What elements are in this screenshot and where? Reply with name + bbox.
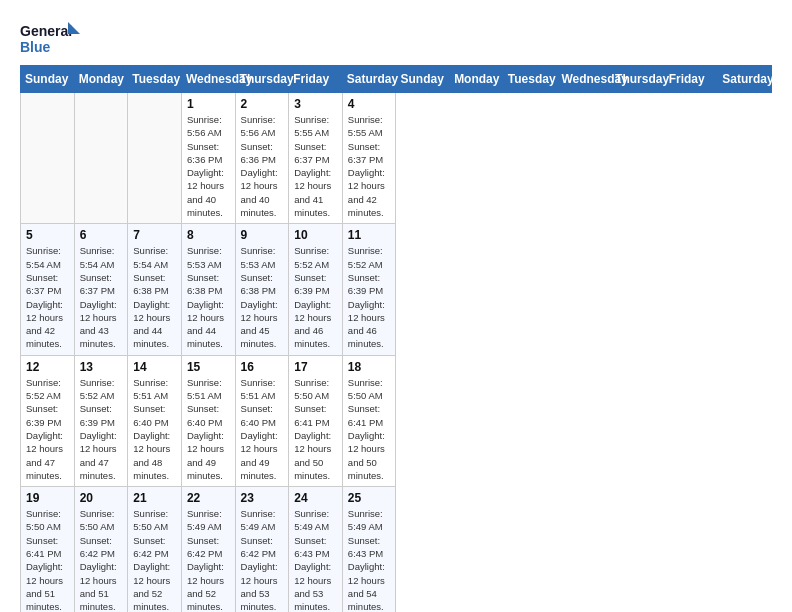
day-number: 7 (133, 228, 176, 242)
calendar-cell: 23Sunrise: 5:49 AM Sunset: 6:42 PM Dayli… (235, 487, 289, 612)
day-number: 9 (241, 228, 284, 242)
calendar-cell: 3Sunrise: 5:55 AM Sunset: 6:37 PM Daylig… (289, 93, 343, 224)
column-header-tuesday: Tuesday (128, 66, 182, 93)
calendar-cell (128, 93, 182, 224)
day-number: 16 (241, 360, 284, 374)
day-info: Sunrise: 5:53 AM Sunset: 6:38 PM Dayligh… (241, 244, 284, 350)
day-number: 18 (348, 360, 391, 374)
calendar-table: SundayMondayTuesdayWednesdayThursdayFrid… (20, 65, 772, 612)
day-info: Sunrise: 5:51 AM Sunset: 6:40 PM Dayligh… (133, 376, 176, 482)
day-info: Sunrise: 5:55 AM Sunset: 6:37 PM Dayligh… (348, 113, 391, 219)
day-number: 11 (348, 228, 391, 242)
day-number: 22 (187, 491, 230, 505)
column-header-friday: Friday (664, 66, 718, 93)
day-info: Sunrise: 5:49 AM Sunset: 6:43 PM Dayligh… (294, 507, 337, 612)
calendar-cell: 1Sunrise: 5:56 AM Sunset: 6:36 PM Daylig… (181, 93, 235, 224)
day-number: 8 (187, 228, 230, 242)
calendar-week-row: 19Sunrise: 5:50 AM Sunset: 6:41 PM Dayli… (21, 487, 772, 612)
day-info: Sunrise: 5:50 AM Sunset: 6:41 PM Dayligh… (26, 507, 69, 612)
column-header-thursday: Thursday (611, 66, 665, 93)
day-number: 19 (26, 491, 69, 505)
calendar-cell: 8Sunrise: 5:53 AM Sunset: 6:38 PM Daylig… (181, 224, 235, 355)
day-number: 21 (133, 491, 176, 505)
day-info: Sunrise: 5:52 AM Sunset: 6:39 PM Dayligh… (348, 244, 391, 350)
calendar-cell (74, 93, 128, 224)
calendar-cell: 14Sunrise: 5:51 AM Sunset: 6:40 PM Dayli… (128, 355, 182, 486)
day-number: 3 (294, 97, 337, 111)
svg-text:General: General (20, 23, 72, 39)
calendar-week-row: 1Sunrise: 5:56 AM Sunset: 6:36 PM Daylig… (21, 93, 772, 224)
day-info: Sunrise: 5:51 AM Sunset: 6:40 PM Dayligh… (187, 376, 230, 482)
calendar-cell: 16Sunrise: 5:51 AM Sunset: 6:40 PM Dayli… (235, 355, 289, 486)
calendar-cell: 5Sunrise: 5:54 AM Sunset: 6:37 PM Daylig… (21, 224, 75, 355)
calendar-cell: 18Sunrise: 5:50 AM Sunset: 6:41 PM Dayli… (342, 355, 396, 486)
day-info: Sunrise: 5:52 AM Sunset: 6:39 PM Dayligh… (80, 376, 123, 482)
calendar-cell: 21Sunrise: 5:50 AM Sunset: 6:42 PM Dayli… (128, 487, 182, 612)
day-number: 23 (241, 491, 284, 505)
calendar-cell: 7Sunrise: 5:54 AM Sunset: 6:38 PM Daylig… (128, 224, 182, 355)
calendar-cell: 15Sunrise: 5:51 AM Sunset: 6:40 PM Dayli… (181, 355, 235, 486)
day-number: 15 (187, 360, 230, 374)
svg-text:Blue: Blue (20, 39, 51, 55)
day-number: 20 (80, 491, 123, 505)
day-number: 24 (294, 491, 337, 505)
calendar-cell: 11Sunrise: 5:52 AM Sunset: 6:39 PM Dayli… (342, 224, 396, 355)
day-info: Sunrise: 5:50 AM Sunset: 6:41 PM Dayligh… (348, 376, 391, 482)
day-info: Sunrise: 5:54 AM Sunset: 6:38 PM Dayligh… (133, 244, 176, 350)
day-number: 2 (241, 97, 284, 111)
calendar-cell: 4Sunrise: 5:55 AM Sunset: 6:37 PM Daylig… (342, 93, 396, 224)
day-number: 17 (294, 360, 337, 374)
day-info: Sunrise: 5:50 AM Sunset: 6:42 PM Dayligh… (80, 507, 123, 612)
day-number: 10 (294, 228, 337, 242)
day-info: Sunrise: 5:51 AM Sunset: 6:40 PM Dayligh… (241, 376, 284, 482)
day-number: 12 (26, 360, 69, 374)
page-header: GeneralBlue (20, 20, 772, 60)
column-header-tuesday: Tuesday (503, 66, 557, 93)
day-info: Sunrise: 5:56 AM Sunset: 6:36 PM Dayligh… (187, 113, 230, 219)
column-header-sunday: Sunday (396, 66, 450, 93)
day-info: Sunrise: 5:52 AM Sunset: 6:39 PM Dayligh… (26, 376, 69, 482)
logo-svg: GeneralBlue (20, 20, 80, 60)
calendar-cell: 12Sunrise: 5:52 AM Sunset: 6:39 PM Dayli… (21, 355, 75, 486)
day-info: Sunrise: 5:55 AM Sunset: 6:37 PM Dayligh… (294, 113, 337, 219)
calendar-cell: 19Sunrise: 5:50 AM Sunset: 6:41 PM Dayli… (21, 487, 75, 612)
day-number: 25 (348, 491, 391, 505)
day-number: 1 (187, 97, 230, 111)
logo: GeneralBlue (20, 20, 80, 60)
calendar-cell: 6Sunrise: 5:54 AM Sunset: 6:37 PM Daylig… (74, 224, 128, 355)
day-info: Sunrise: 5:56 AM Sunset: 6:36 PM Dayligh… (241, 113, 284, 219)
column-header-wednesday: Wednesday (557, 66, 611, 93)
calendar-cell: 9Sunrise: 5:53 AM Sunset: 6:38 PM Daylig… (235, 224, 289, 355)
calendar-cell: 2Sunrise: 5:56 AM Sunset: 6:36 PM Daylig… (235, 93, 289, 224)
column-header-wednesday: Wednesday (181, 66, 235, 93)
column-header-saturday: Saturday (718, 66, 772, 93)
calendar-cell: 10Sunrise: 5:52 AM Sunset: 6:39 PM Dayli… (289, 224, 343, 355)
day-info: Sunrise: 5:50 AM Sunset: 6:41 PM Dayligh… (294, 376, 337, 482)
day-info: Sunrise: 5:53 AM Sunset: 6:38 PM Dayligh… (187, 244, 230, 350)
calendar-cell: 13Sunrise: 5:52 AM Sunset: 6:39 PM Dayli… (74, 355, 128, 486)
column-header-friday: Friday (289, 66, 343, 93)
day-number: 14 (133, 360, 176, 374)
day-number: 13 (80, 360, 123, 374)
day-info: Sunrise: 5:54 AM Sunset: 6:37 PM Dayligh… (80, 244, 123, 350)
calendar-week-row: 12Sunrise: 5:52 AM Sunset: 6:39 PM Dayli… (21, 355, 772, 486)
calendar-cell (21, 93, 75, 224)
day-info: Sunrise: 5:49 AM Sunset: 6:42 PM Dayligh… (241, 507, 284, 612)
calendar-cell: 20Sunrise: 5:50 AM Sunset: 6:42 PM Dayli… (74, 487, 128, 612)
column-header-sunday: Sunday (21, 66, 75, 93)
day-info: Sunrise: 5:52 AM Sunset: 6:39 PM Dayligh… (294, 244, 337, 350)
calendar-cell: 24Sunrise: 5:49 AM Sunset: 6:43 PM Dayli… (289, 487, 343, 612)
calendar-cell: 22Sunrise: 5:49 AM Sunset: 6:42 PM Dayli… (181, 487, 235, 612)
calendar-cell: 25Sunrise: 5:49 AM Sunset: 6:43 PM Dayli… (342, 487, 396, 612)
day-info: Sunrise: 5:49 AM Sunset: 6:43 PM Dayligh… (348, 507, 391, 612)
column-header-monday: Monday (74, 66, 128, 93)
day-info: Sunrise: 5:49 AM Sunset: 6:42 PM Dayligh… (187, 507, 230, 612)
day-number: 5 (26, 228, 69, 242)
day-info: Sunrise: 5:50 AM Sunset: 6:42 PM Dayligh… (133, 507, 176, 612)
day-number: 6 (80, 228, 123, 242)
day-info: Sunrise: 5:54 AM Sunset: 6:37 PM Dayligh… (26, 244, 69, 350)
column-header-monday: Monday (450, 66, 504, 93)
day-number: 4 (348, 97, 391, 111)
column-header-saturday: Saturday (342, 66, 396, 93)
column-header-thursday: Thursday (235, 66, 289, 93)
